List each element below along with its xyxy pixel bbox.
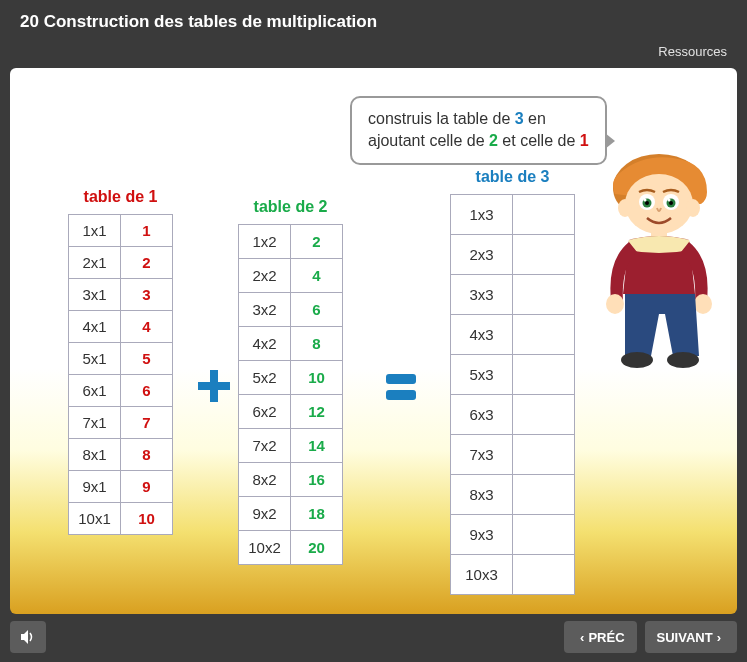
plus-icon [196,368,232,404]
table-row: 5x3 [451,355,575,395]
expr-cell: 6x2 [239,395,291,429]
instr-text: en [524,110,546,127]
instr-num-2: 2 [489,132,498,149]
page-title: 20 Construction des tables de multiplica… [20,12,727,32]
table-row: 3x26 [239,293,343,327]
value-cell[interactable] [513,315,575,355]
value-cell[interactable] [513,475,575,515]
value-cell[interactable] [513,555,575,595]
expr-cell: 4x1 [69,311,121,343]
table-row: 9x218 [239,497,343,531]
table-row: 8x3 [451,475,575,515]
table-row: 5x210 [239,361,343,395]
table-row: 9x3 [451,515,575,555]
expr-cell: 5x1 [69,343,121,375]
table-3-grid[interactable]: 1x32x33x34x35x36x37x38x39x310x3 [450,194,575,595]
instr-text: et celle de [498,132,580,149]
table-row: 4x14 [69,311,173,343]
table-row: 3x3 [451,275,575,315]
table-row: 8x18 [69,439,173,471]
expr-cell: 10x2 [239,531,291,565]
table-row: 6x212 [239,395,343,429]
table-3-caption: table de 3 [450,168,575,186]
svg-point-13 [606,294,624,314]
value-cell: 1 [121,215,173,247]
expr-cell: 6x3 [451,395,513,435]
table-row: 6x16 [69,375,173,407]
value-cell[interactable] [513,275,575,315]
value-cell[interactable] [513,195,575,235]
speaker-icon [19,628,37,646]
chevron-left-icon: ‹ [580,630,584,645]
svg-point-15 [621,352,653,368]
value-cell: 2 [291,225,343,259]
instr-text: construis la table de [368,110,515,127]
svg-point-2 [618,199,632,217]
table-row: 5x15 [69,343,173,375]
table-of-2: table de 2 1x222x243x264x285x2106x2127x2… [238,198,343,565]
expr-cell: 7x1 [69,407,121,439]
value-cell: 6 [291,293,343,327]
value-cell[interactable] [513,395,575,435]
expr-cell: 3x3 [451,275,513,315]
svg-point-14 [694,294,712,314]
header: 20 Construction des tables de multiplica… [0,0,747,40]
table-2-caption: table de 2 [238,198,343,216]
table-of-1: table de 1 1x112x123x134x145x156x167x178… [68,188,173,535]
value-cell: 8 [291,327,343,361]
value-cell[interactable] [513,235,575,275]
table-row: 1x3 [451,195,575,235]
audio-button[interactable] [10,621,46,653]
table-row: 3x13 [69,279,173,311]
value-cell: 4 [121,311,173,343]
expr-cell: 3x1 [69,279,121,311]
next-button[interactable]: SUIVANT › [645,621,737,653]
value-cell[interactable] [513,355,575,395]
resources-link[interactable]: Ressources [658,44,727,59]
equals-icon [386,374,422,410]
value-cell: 18 [291,497,343,531]
table-row: 1x22 [239,225,343,259]
expr-cell: 10x3 [451,555,513,595]
value-cell: 20 [291,531,343,565]
chevron-right-icon: › [717,630,721,645]
expr-cell: 2x1 [69,247,121,279]
expr-cell: 10x1 [69,503,121,535]
lesson-frame: 20 Construction des tables de multiplica… [0,0,747,662]
instr-text: ajoutant celle de [368,132,489,149]
mascot-character [581,154,731,374]
value-cell: 9 [121,471,173,503]
expr-cell: 5x2 [239,361,291,395]
value-cell: 5 [121,343,173,375]
instruction-bubble: construis la table de 3 en ajoutant cell… [350,96,607,165]
table-row: 4x28 [239,327,343,361]
table-row: 2x24 [239,259,343,293]
expr-cell: 1x3 [451,195,513,235]
footer: ‹ PRÉC SUIVANT › [10,618,737,656]
expr-cell: 3x2 [239,293,291,327]
value-cell: 3 [121,279,173,311]
svg-point-16 [667,352,699,368]
value-cell: 6 [121,375,173,407]
table-row: 6x3 [451,395,575,435]
value-cell: 14 [291,429,343,463]
table-of-3: table de 3 1x32x33x34x35x36x37x38x39x310… [450,168,575,595]
expr-cell: 1x2 [239,225,291,259]
table-row: 7x214 [239,429,343,463]
table-row: 4x3 [451,315,575,355]
value-cell[interactable] [513,435,575,475]
value-cell[interactable] [513,515,575,555]
instr-num-1: 1 [580,132,589,149]
table-1-caption: table de 1 [68,188,173,206]
expr-cell: 9x1 [69,471,121,503]
table-row: 2x3 [451,235,575,275]
value-cell: 7 [121,407,173,439]
svg-point-10 [644,199,647,202]
expr-cell: 5x3 [451,355,513,395]
value-cell: 10 [121,503,173,535]
table-row: 2x12 [69,247,173,279]
prev-button[interactable]: ‹ PRÉC [564,621,636,653]
value-cell: 16 [291,463,343,497]
table-2-grid: 1x222x243x264x285x2106x2127x2148x2169x21… [238,224,343,565]
value-cell: 4 [291,259,343,293]
